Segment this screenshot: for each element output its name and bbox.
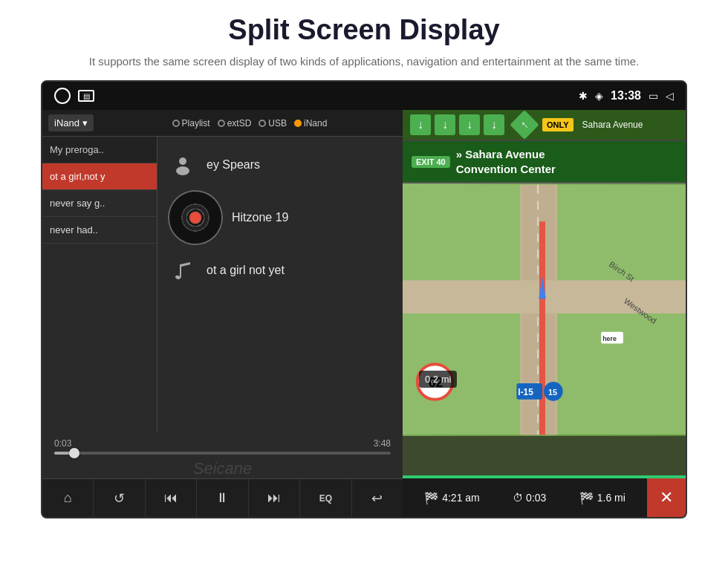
status-left: ▤ — [54, 88, 94, 104]
progress-section: 0:03 3:48 — [42, 432, 403, 458]
now-playing-area: ey Spears Hitzone 19 — [157, 137, 403, 432]
svg-point-1 — [176, 166, 189, 175]
sahara-label: Sahara Avenue — [582, 120, 643, 130]
source-playlist[interactable]: Playlist — [172, 118, 210, 129]
radio-inand — [294, 120, 302, 127]
eta-remaining-dist: 1.6 mi — [597, 492, 625, 504]
song-list: My preroga.. ot a girl,not y never say g… — [42, 137, 157, 432]
song-name: ot a girl not yet — [207, 264, 285, 277]
exit-text: » Sahara AvenueConvention Center — [456, 147, 556, 176]
next-button[interactable]: ⏭ — [249, 479, 300, 517]
pause-button[interactable]: ⏸ — [197, 479, 248, 517]
arrow-down-4: ↓ — [484, 114, 504, 135]
source-options: Playlist extSD USB iNand — [103, 118, 397, 129]
album-row: Hitzone 19 — [169, 192, 391, 244]
eta-section: 🏁 4:21 am ⏱ 0:03 🏁 1.6 mi — [403, 491, 647, 505]
progress-thumb[interactable] — [69, 448, 79, 458]
source-usb[interactable]: USB — [259, 118, 287, 129]
source-label: iNand — [54, 117, 79, 129]
clock-icon: ⏱ — [513, 492, 523, 504]
map-area: Birch St Westwood here I-15 15 62 — [403, 183, 686, 436]
only-badge: ONLY — [542, 118, 573, 131]
device-frame: ▤ ✱ ◈ 13:38 ▭ ◁ iNand ▾ — [41, 80, 687, 518]
close-button[interactable]: ✕ — [647, 478, 686, 517]
right-arrow-group: ↑ — [514, 114, 535, 135]
progress-bar[interactable] — [54, 452, 391, 455]
bluetooth-icon: ✱ — [579, 90, 588, 102]
main-content: iNand ▾ Playlist extSD — [42, 110, 686, 517]
arrow-down-2: ↓ — [435, 114, 455, 135]
flag-end-icon: 🏁 — [579, 491, 594, 505]
source-selector[interactable]: iNand ▾ — [48, 114, 94, 131]
eq-button[interactable]: EQ — [300, 479, 351, 517]
image-icon: ▤ — [78, 90, 94, 102]
arrow-diagonal: ↑ — [510, 110, 539, 140]
prev-button[interactable]: ⏮ — [146, 479, 197, 517]
watermark: Seicane — [42, 458, 403, 478]
status-bar: ▤ ✱ ◈ 13:38 ▭ ◁ — [42, 82, 686, 110]
artist-row: ey Spears — [169, 152, 391, 178]
eta-arrival: 🏁 4:21 am — [424, 491, 480, 505]
distance-value: 0.2 mi — [425, 374, 451, 385]
time-current: 0:03 — [54, 438, 71, 449]
eta-arrival-time: 4:21 am — [442, 492, 480, 504]
source-extsd[interactable]: extSD — [218, 118, 252, 129]
page-title: Split Screen Display — [45, 13, 683, 48]
svg-text:15: 15 — [548, 388, 557, 397]
radio-usb — [259, 120, 266, 127]
eta-elapsed: ⏱ 0:03 — [513, 492, 546, 504]
time-total: 3:48 — [374, 438, 391, 449]
arrow-down-3: ↓ — [459, 114, 480, 135]
arrow-group: ↓ ↓ ↓ ↓ — [410, 114, 504, 135]
vinyl-record — [169, 192, 221, 244]
nav-bottom-bar: 🏁 4:21 am ⏱ 0:03 🏁 1.6 mi ✕ — [403, 478, 686, 517]
back-icon: ◁ — [666, 90, 674, 102]
radio-extsd — [218, 120, 225, 127]
distance-display: 0.2 mi — [419, 371, 457, 388]
song-row: ot a girl not yet — [169, 257, 391, 284]
progress-times: 0:03 3:48 — [54, 438, 391, 449]
list-item[interactable]: never had.. — [42, 217, 157, 244]
repeat-button[interactable]: ↺ — [94, 479, 145, 517]
status-time: 13:38 — [611, 89, 641, 103]
divider — [509, 114, 510, 135]
map-svg: Birch St Westwood here I-15 15 62 — [403, 183, 686, 436]
music-panel: iNand ▾ Playlist extSD — [42, 110, 403, 517]
person-icon — [169, 152, 196, 178]
window-icon: ▭ — [649, 90, 658, 102]
page-subtitle: It supports the same screen display of t… — [45, 53, 683, 71]
arrow-down-1: ↓ — [410, 114, 431, 135]
vinyl-center — [189, 212, 201, 224]
header-section: Split Screen Display It supports the sam… — [0, 0, 728, 80]
nav-panel: ↓ ↓ ↓ ↓ ↑ ONLY Sahara Avenue EXIT 40 » S — [403, 110, 686, 517]
svg-text:here: here — [602, 335, 617, 342]
exit-banner: EXIT 40 » Sahara AvenueConvention Center — [403, 141, 686, 183]
source-inand[interactable]: iNand — [294, 118, 327, 129]
list-item[interactable]: My preroga.. — [42, 137, 157, 163]
home-button[interactable]: ⌂ — [42, 479, 94, 517]
source-bar: iNand ▾ Playlist extSD — [42, 110, 403, 137]
circle-icon — [54, 88, 71, 104]
eta-elapsed-time: 0:03 — [526, 492, 546, 504]
page-wrapper: Split Screen Display It supports the sam… — [0, 0, 728, 518]
nav-top-sign: ↓ ↓ ↓ ↓ ↑ ONLY Sahara Avenue — [403, 110, 686, 141]
status-right: ✱ ◈ 13:38 ▭ ◁ — [579, 89, 674, 103]
track-info: ey Spears Hitzone 19 — [169, 152, 391, 284]
playlist-area: My preroga.. ot a girl,not y never say g… — [42, 137, 403, 432]
flag-start-icon: 🏁 — [424, 491, 439, 505]
location-icon: ◈ — [595, 90, 603, 102]
album-name: Hitzone 19 — [232, 211, 289, 224]
controls-bar: ⌂ ↺ ⏮ ⏸ ⏭ EQ ↩ — [42, 478, 403, 517]
exit-badge: EXIT 40 — [412, 156, 450, 168]
eta-remaining: 🏁 1.6 mi — [579, 491, 625, 505]
svg-point-0 — [179, 157, 186, 165]
radio-playlist — [172, 120, 180, 127]
artist-name: ey Spears — [207, 158, 260, 172]
list-item[interactable]: ot a girl,not y — [42, 163, 157, 190]
music-note-icon — [169, 257, 196, 284]
back-button[interactable]: ↩ — [352, 479, 403, 517]
list-item[interactable]: never say g.. — [42, 190, 157, 217]
svg-text:I-15: I-15 — [518, 387, 533, 397]
dropdown-icon: ▾ — [82, 117, 88, 129]
